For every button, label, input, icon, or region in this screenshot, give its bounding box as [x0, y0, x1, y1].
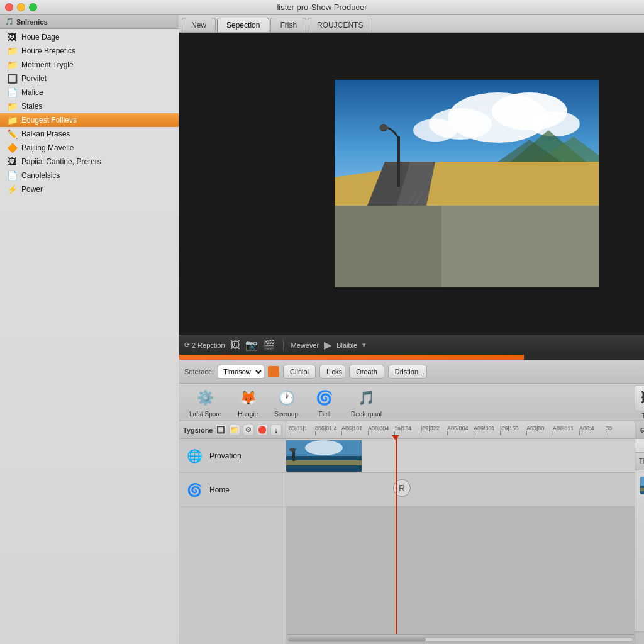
- sidebar-item-10[interactable]: 📄Canolelsics: [0, 169, 179, 182]
- sidebar-item-3[interactable]: 🔲Porvilet: [0, 72, 179, 86]
- sidebar-label-1: Houre Brepetics: [21, 47, 75, 55]
- sidebar-icon-10: 📄: [6, 171, 18, 180]
- blaible-control[interactable]: Blaible: [336, 341, 357, 349]
- maximize-button[interactable]: [29, 3, 37, 11]
- svg-rect-25: [286, 460, 362, 465]
- svg-point-15: [379, 125, 389, 130]
- svg-rect-20: [335, 206, 441, 287]
- repction-label: 2 Repction: [192, 341, 225, 349]
- fiell-tool[interactable]: 🌀 Fiell: [313, 387, 336, 418]
- clip-row[interactable]: [286, 439, 635, 473]
- tab-recent[interactable]: ROUJCENTS: [308, 18, 372, 32]
- svg-rect-13: [397, 136, 400, 187]
- sidebar-label-10: Canolelsics: [21, 171, 60, 180]
- thumb-icon2: 📷: [245, 339, 258, 351]
- right-tab-eyper[interactable]: Eyper catc...: [635, 439, 644, 452]
- oreath-button[interactable]: Oreath: [349, 365, 384, 379]
- thumb-icon1: 🖼: [230, 340, 240, 351]
- minimize-button[interactable]: [17, 3, 25, 11]
- track-row-provation: 🌐 Provation: [179, 439, 286, 473]
- svg-point-27: [289, 448, 296, 452]
- licks-button[interactable]: Licks: [319, 365, 345, 379]
- tl-btn5[interactable]: ↓: [270, 425, 282, 436]
- progress-bar-container[interactable]: [179, 355, 644, 360]
- soterace-label: Soterace:: [184, 368, 214, 375]
- sidebar-item-8[interactable]: 🔶Paijling Mavelle: [0, 141, 179, 155]
- sidebar-item-9[interactable]: 🖼Papiial Cantine, Prerers: [0, 155, 179, 169]
- tast-tool[interactable]: 🖼 Tast: [635, 385, 644, 419]
- sidebar-item-0[interactable]: 🖼Houe Dage: [0, 30, 179, 44]
- tab-finish[interactable]: Frish: [270, 18, 306, 32]
- sidebar-item-11[interactable]: ⚡Power: [0, 182, 179, 196]
- hangie-label: Hangie: [238, 411, 258, 418]
- timosow-select[interactable]: Timosow: [218, 365, 264, 379]
- seeroup-tool[interactable]: 🕐 Seeroup: [274, 387, 298, 418]
- right-content: Shiren Çagkam Gunghan Telic...: [635, 470, 644, 631]
- sidebar-icon-4: 📄: [6, 88, 18, 97]
- mewever-label: Mewever: [291, 341, 319, 349]
- track-row-home: 🌀 Home: [179, 473, 286, 507]
- fiell-icon: 🌀: [313, 387, 336, 409]
- controls-row: Soterace: Timosow Cliniol Licks Oreath D…: [179, 360, 644, 384]
- tl-btn4[interactable]: 🔴: [257, 425, 268, 436]
- cliniol-button[interactable]: Cliniol: [283, 365, 316, 379]
- playhead[interactable]: [396, 439, 397, 634]
- sidebar-label-2: Metment Trygle: [21, 60, 74, 69]
- playhead-arrow: [392, 435, 399, 440]
- tl-btn2[interactable]: 📁: [229, 425, 240, 436]
- sidebar-item-4[interactable]: 📄Malice: [0, 86, 179, 99]
- h-scrollbar-track[interactable]: [287, 637, 633, 642]
- tab-bar: New Sepection Frish ROUJCENTS: [179, 15, 644, 33]
- sidebar-label-3: Porvilet: [21, 74, 47, 83]
- svg-point-5: [530, 111, 580, 136]
- clip-row2[interactable]: R: [286, 473, 635, 507]
- right-subheader: The Jlou∂ Bredcoin frees 📁 —: [635, 453, 644, 470]
- orange-square-btn[interactable]: [268, 366, 279, 377]
- close-button[interactable]: [5, 3, 13, 11]
- tab-new[interactable]: New: [182, 18, 216, 32]
- sidebar-item-5[interactable]: 📁Stales: [0, 99, 179, 113]
- sidebar-header: 🎵 Snlrenics: [0, 15, 179, 29]
- bottom-scrollbar[interactable]: [286, 634, 635, 644]
- tl-btn3[interactable]: ⚙: [243, 425, 254, 436]
- ruler-tick-3: A08|004: [368, 425, 394, 435]
- sidebar-label-5: Stales: [21, 102, 42, 111]
- sidebar-icon-1: 📁: [6, 47, 18, 55]
- sidebar-item-6[interactable]: 📁Eougest Follievs: [0, 113, 179, 127]
- sidebar-icon-2: 📁: [6, 60, 18, 69]
- right-item-0[interactable]: Shiren Çagkam Gunghan Telic...: [639, 474, 644, 497]
- thumb-icon3: 🎬: [263, 339, 275, 351]
- ruler-tick-1: 086|01|4: [315, 425, 341, 435]
- sidebar-label-8: Paijling Mavelle: [21, 143, 74, 152]
- h-scrollbar-thumb[interactable]: [288, 638, 426, 641]
- deeferpanl-tool[interactable]: 🎵 Deeferpanl: [351, 387, 382, 418]
- window-controls: [5, 3, 37, 11]
- bottom-section: Soterace: Timosow Cliniol Licks Oreath D…: [179, 360, 644, 644]
- mewever-control[interactable]: Mewever: [291, 341, 319, 349]
- hangie-tool[interactable]: 🦊 Hangie: [236, 387, 259, 418]
- sidebar-item-1[interactable]: 📁Houre Brepetics: [0, 44, 179, 58]
- right-panel-header: 6lster Flyston: [635, 421, 644, 439]
- play-icon[interactable]: ▶: [324, 339, 331, 351]
- preview-image: [335, 80, 599, 287]
- main-container: 🎵 Snlrenics 🖼Houe Dage📁Houre Brepetics📁M…: [0, 15, 644, 644]
- sidebar-item-2[interactable]: 📁Metment Trygle: [0, 58, 179, 72]
- sidebar-icon-8: 🔶: [6, 143, 18, 152]
- lafst-spore-tool[interactable]: ⚙️ Lafst Spore: [189, 387, 221, 418]
- repction-control[interactable]: ⟳ 2 Repction: [184, 341, 225, 349]
- svg-point-23: [305, 440, 343, 455]
- seeroup-icon: 🕐: [275, 387, 297, 409]
- right-panel-bottom: 608∂8: [635, 631, 644, 644]
- tab-selection[interactable]: Sepection: [217, 18, 269, 32]
- sidebar-item-7[interactable]: ✏️Balkan Prases: [0, 127, 179, 141]
- sidebar-icon-6: 📁: [6, 116, 18, 125]
- provation-track-label: Provation: [209, 452, 242, 460]
- timeline-content[interactable]: R: [286, 439, 635, 634]
- dropdown-icon[interactable]: ▾: [362, 341, 366, 349]
- right-item-thumb-0: [640, 477, 644, 494]
- hangie-icon: 🦊: [236, 387, 259, 409]
- dristion-button[interactable]: Dristion...: [388, 365, 427, 379]
- separator: [283, 340, 284, 351]
- tl-btn1[interactable]: 🔲: [215, 425, 226, 436]
- sidebar-label-9: Papiial Cantine, Prerers: [21, 157, 101, 166]
